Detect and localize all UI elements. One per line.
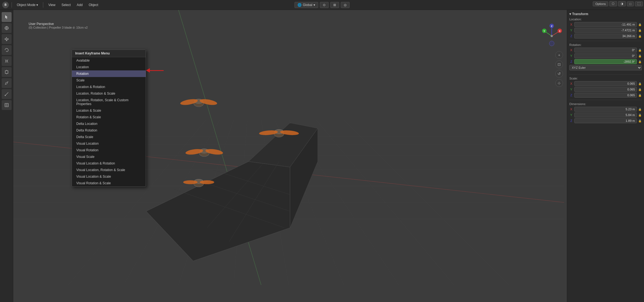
snap-button[interactable]: ⊞ [330, 2, 339, 8]
select-tool-btn[interactable] [2, 12, 12, 22]
keyframe-menu-item[interactable]: Visual Location & Scale [72, 173, 146, 180]
location-x-value[interactable]: -11.491 m [574, 22, 637, 27]
keyframe-menu-item[interactable]: Visual Rotation [72, 147, 146, 153]
dim-z-label: Z [569, 119, 573, 122]
dim-z-lock[interactable]: 🔒 [638, 119, 642, 123]
mode-select[interactable]: Object Mode ▾ [15, 2, 40, 7]
rotation-y-row: Y 0° 🔒 [569, 53, 642, 58]
collection-label: (0) Collection | Propeller 3 blade d- 10… [29, 26, 88, 29]
dim-z-row: Z 1.89 m 🔒 [569, 118, 642, 123]
zoom-extent-btn[interactable]: ⊡ [555, 61, 563, 68]
keyframe-menu-item[interactable]: Visual Rotation & Scale [72, 180, 146, 186]
dim-y-lock[interactable]: 🔒 [638, 113, 642, 117]
shading-button[interactable]: ◑ [618, 1, 626, 6]
rotation-y-value[interactable]: 0° [574, 53, 637, 58]
rotation-y-lock[interactable]: 🔒 [638, 54, 642, 58]
keyframe-menu-item[interactable]: Scale [72, 77, 146, 84]
global-button[interactable]: 🌐 Global ▾ [294, 2, 318, 8]
location-y-row: Y -7.4721 m 🔒 [569, 28, 642, 33]
euler-mode-select[interactable]: XYZ Euler [569, 65, 642, 70]
rotation-x-lock[interactable]: 🔒 [638, 48, 642, 52]
measure-tool-btn[interactable] [2, 89, 12, 99]
scale-z-value[interactable]: 0.065 [574, 93, 637, 98]
location-x-row: X -11.491 m 🔒 [569, 22, 642, 27]
arrow-head [146, 68, 150, 73]
keyframe-menu-item[interactable]: Location [72, 64, 146, 70]
keyframe-menu-item[interactable]: Visual Location, Rotation & Scale [72, 167, 146, 173]
rotation-x-value[interactable]: 0° [574, 48, 637, 53]
keyframe-menu-item[interactable]: Rotation & Scale [72, 114, 146, 120]
zoom-in-btn[interactable]: + [555, 51, 563, 59]
scale-x-value[interactable]: 0.065 [574, 81, 637, 86]
object-menu[interactable]: Object [86, 2, 101, 7]
dim-y-value[interactable]: 5.84 m [574, 112, 637, 117]
view-menu[interactable]: View [46, 2, 58, 7]
keyframe-menu-item[interactable]: Visual Location & Rotation [72, 160, 146, 167]
keyframe-menu-item[interactable]: Visual Scale [72, 153, 146, 160]
overlay-button[interactable]: ⬡ [609, 1, 617, 6]
options-button[interactable]: Options [593, 1, 608, 6]
y-axis-label: Y [569, 29, 573, 32]
nav-tools-cluster: + ⊡ ↺ ⊹ [555, 51, 563, 87]
cursor-tool-btn[interactable] [2, 23, 12, 33]
rotation-z-lock[interactable]: 🔒 [638, 60, 642, 64]
viewport-button[interactable]: □ [627, 1, 634, 6]
orbit-btn[interactable]: ↺ [555, 70, 563, 78]
scale-x-row: X 0.065 🔒 [569, 81, 642, 86]
location-y-value[interactable]: -7.4721 m [574, 28, 637, 33]
keyframe-menu-item[interactable]: Location, Rotation & Scale [72, 90, 146, 97]
keyframe-menu-item[interactable]: Visual Location [72, 140, 146, 147]
scale-z-row: Z 0.065 🔒 [569, 93, 642, 98]
transform-collapse-icon[interactable]: ▾ [569, 12, 571, 16]
keyframe-menu-item[interactable]: Delta Scale [72, 134, 146, 140]
rotation-z-value[interactable]: -2892.9° [574, 59, 637, 64]
fullscreen-button[interactable]: ⛶ [635, 1, 643, 6]
location-y-lock[interactable]: 🔒 [638, 28, 642, 32]
z-axis-label: Z [569, 34, 573, 38]
scale-tool-btn[interactable] [2, 56, 12, 66]
perspective-ortho-btn[interactable]: ⊹ [555, 79, 563, 87]
dim-y-row: Y 5.84 m 🔒 [569, 112, 642, 117]
navigation-gizmo[interactable]: Z X Y [539, 24, 564, 48]
rot-z-label: Z [569, 60, 573, 63]
keyframe-menu-item[interactable]: Rotation [72, 70, 146, 77]
dimensions-label: Dimensions: [569, 102, 642, 106]
proportional-button[interactable]: ◎ [341, 2, 350, 8]
transform-tool-btn[interactable] [2, 67, 12, 77]
global-label: Global [303, 3, 312, 7]
svg-text:Y: Y [543, 30, 545, 32]
keyframe-menu-item[interactable]: Location & Rotation [72, 84, 146, 90]
pivot-button[interactable]: ⊙ [320, 2, 329, 8]
scale-x-lock[interactable]: 🔒 [638, 82, 642, 86]
add-primitive-btn[interactable] [2, 100, 12, 110]
location-z-value[interactable]: 34.266 m [574, 34, 637, 39]
divider2 [569, 74, 642, 75]
annotate-tool-btn[interactable] [2, 78, 12, 88]
global-icon: 🌐 [297, 3, 302, 7]
scale-label: Scale: [569, 77, 642, 80]
divider1 [569, 41, 642, 41]
dim-x-value[interactable]: 5.23 m [574, 107, 637, 112]
keyframe-menu-item[interactable]: Location & Scale [72, 107, 146, 114]
select-menu[interactable]: Select [59, 2, 73, 7]
dim-x-lock[interactable]: 🔒 [638, 107, 642, 111]
location-z-lock[interactable]: 🔒 [638, 34, 642, 38]
scale-x-label: X [569, 82, 573, 85]
scale-z-lock[interactable]: 🔒 [638, 93, 642, 97]
transform-label: Transform [572, 12, 588, 16]
rotation-arrow-indicator [146, 68, 164, 73]
keyframe-menu-item[interactable]: Location, Rotation, Scale & Custom Prope… [72, 97, 146, 107]
add-menu[interactable]: Add [75, 2, 85, 7]
keyframe-menu-item[interactable]: Delta Location [72, 120, 146, 127]
location-x-lock[interactable]: 🔒 [638, 23, 642, 26]
perspective-label: User Perspective [29, 22, 88, 26]
keyframe-menu-item[interactable]: Available [72, 57, 146, 64]
scale-y-value[interactable]: 0.065 [574, 87, 637, 92]
scale-y-lock[interactable]: 🔒 [638, 87, 642, 91]
dim-z-value[interactable]: 1.89 m [574, 118, 637, 123]
rotate-tool-btn[interactable] [2, 45, 12, 55]
move-tool-btn[interactable] [2, 34, 12, 44]
keyframe-menu-item[interactable]: Delta Rotation [72, 127, 146, 134]
separator [12, 2, 12, 8]
top-toolbar: B Object Mode ▾ View Select Add Object 🌐… [0, 0, 644, 10]
